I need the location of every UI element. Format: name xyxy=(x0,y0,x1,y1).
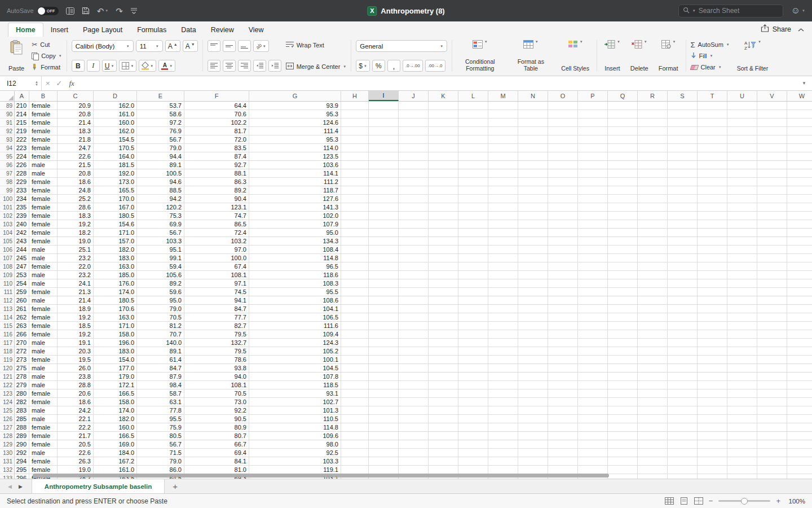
cell-C105[interactable]: 19.0 xyxy=(58,237,94,246)
cell-A100[interactable]: 234 xyxy=(15,195,29,203)
cell-W107[interactable] xyxy=(787,254,812,262)
row-header-97[interactable]: 97 xyxy=(0,169,15,178)
cell-C116[interactable]: 19.2 xyxy=(58,330,94,339)
cell-D107[interactable]: 183.0 xyxy=(94,254,137,262)
cell-J129[interactable] xyxy=(399,440,429,449)
cell-H99[interactable] xyxy=(341,186,369,195)
cell-B112[interactable]: male xyxy=(29,296,58,305)
cell-D95[interactable]: 164.0 xyxy=(94,152,137,161)
cell-P96[interactable] xyxy=(578,161,608,169)
cell-I99[interactable] xyxy=(369,186,399,195)
cell-T101[interactable] xyxy=(698,203,727,212)
cell-O114[interactable] xyxy=(548,313,578,322)
cell-K96[interactable] xyxy=(429,161,458,169)
cell-R98[interactable] xyxy=(638,178,668,186)
cell-V105[interactable] xyxy=(757,237,787,246)
cell-V90[interactable] xyxy=(757,110,787,119)
cell-H112[interactable] xyxy=(341,296,369,305)
cell-N97[interactable] xyxy=(518,169,548,178)
cell-D125[interactable]: 174.0 xyxy=(94,406,137,415)
cell-U132[interactable] xyxy=(727,466,757,474)
cell-N129[interactable] xyxy=(518,440,548,449)
cell-R93[interactable] xyxy=(638,135,668,144)
cell-S104[interactable] xyxy=(668,229,698,237)
cell-G130[interactable]: 92.5 xyxy=(249,449,341,457)
cell-S126[interactable] xyxy=(668,415,698,423)
cell-G105[interactable]: 134.3 xyxy=(249,237,341,246)
cell-S111[interactable] xyxy=(668,288,698,296)
cell-E92[interactable]: 76.9 xyxy=(137,127,184,135)
cell-J96[interactable] xyxy=(399,161,429,169)
cell-J92[interactable] xyxy=(399,127,429,135)
cell-A105[interactable]: 243 xyxy=(15,237,29,246)
cell-R123[interactable] xyxy=(638,389,668,398)
cell-E93[interactable]: 56.7 xyxy=(137,135,184,144)
cell-G131[interactable]: 103.3 xyxy=(249,457,341,466)
cell-C113[interactable]: 18.9 xyxy=(58,305,94,313)
cell-D122[interactable]: 172.1 xyxy=(94,381,137,389)
cell-R133[interactable] xyxy=(638,474,668,479)
cell-F129[interactable]: 66.7 xyxy=(184,440,249,449)
cell-J101[interactable] xyxy=(399,203,429,212)
cell-V128[interactable] xyxy=(757,432,787,440)
cell-P115[interactable] xyxy=(578,322,608,330)
cell-W89[interactable] xyxy=(787,102,812,110)
cell-H101[interactable] xyxy=(341,203,369,212)
cell-A128[interactable]: 289 xyxy=(15,432,29,440)
cell-N107[interactable] xyxy=(518,254,548,262)
cell-C114[interactable]: 19.2 xyxy=(58,313,94,322)
cell-Q108[interactable] xyxy=(608,262,638,271)
cell-H98[interactable] xyxy=(341,178,369,186)
cell-I122[interactable] xyxy=(369,381,399,389)
column-header-G[interactable]: G xyxy=(249,91,341,101)
cell-V95[interactable] xyxy=(757,152,787,161)
cell-U91[interactable] xyxy=(727,119,757,127)
cell-C96[interactable]: 21.5 xyxy=(58,161,94,169)
cell-Q105[interactable] xyxy=(608,237,638,246)
cell-V123[interactable] xyxy=(757,389,787,398)
cell-N117[interactable] xyxy=(518,339,548,347)
increase-font-size-button[interactable]: A▲ xyxy=(165,40,180,52)
cell-V103[interactable] xyxy=(757,220,787,229)
cell-B124[interactable]: female xyxy=(29,398,58,406)
cell-T114[interactable] xyxy=(698,313,727,322)
cell-W93[interactable] xyxy=(787,135,812,144)
cell-L100[interactable] xyxy=(458,195,488,203)
cell-M126[interactable] xyxy=(488,415,518,423)
cell-R129[interactable] xyxy=(638,440,668,449)
row-header-123[interactable]: 123 xyxy=(0,389,15,398)
cell-V116[interactable] xyxy=(757,330,787,339)
cell-T112[interactable] xyxy=(698,296,727,305)
cell-T110[interactable] xyxy=(698,279,727,288)
cell-A118[interactable]: 272 xyxy=(15,347,29,356)
horizontal-scrollbar[interactable] xyxy=(33,474,609,478)
cell-Q115[interactable] xyxy=(608,322,638,330)
row-header-99[interactable]: 99 xyxy=(0,186,15,195)
cell-B99[interactable]: female xyxy=(29,186,58,195)
cell-D111[interactable]: 174.0 xyxy=(94,288,137,296)
cell-R102[interactable] xyxy=(638,212,668,220)
cell-K113[interactable] xyxy=(429,305,458,313)
cell-B127[interactable]: female xyxy=(29,423,58,432)
cell-D92[interactable]: 162.0 xyxy=(94,127,137,135)
cell-A131[interactable]: 294 xyxy=(15,457,29,466)
cell-K128[interactable] xyxy=(429,432,458,440)
cell-I98[interactable] xyxy=(369,178,399,186)
cell-P129[interactable] xyxy=(578,440,608,449)
cell-M128[interactable] xyxy=(488,432,518,440)
cell-F122[interactable]: 108.1 xyxy=(184,381,249,389)
cell-W117[interactable] xyxy=(787,339,812,347)
column-header-I[interactable]: I xyxy=(369,91,399,101)
cell-G129[interactable]: 98.0 xyxy=(249,440,341,449)
cell-M103[interactable] xyxy=(488,220,518,229)
cell-N96[interactable] xyxy=(518,161,548,169)
cell-U98[interactable] xyxy=(727,178,757,186)
cell-L127[interactable] xyxy=(458,423,488,432)
cell-M99[interactable] xyxy=(488,186,518,195)
cell-P130[interactable] xyxy=(578,449,608,457)
cell-C129[interactable]: 20.5 xyxy=(58,440,94,449)
cell-R99[interactable] xyxy=(638,186,668,195)
cell-N105[interactable] xyxy=(518,237,548,246)
paste-button[interactable]: Paste xyxy=(6,39,27,73)
cell-E98[interactable]: 94.6 xyxy=(137,178,184,186)
